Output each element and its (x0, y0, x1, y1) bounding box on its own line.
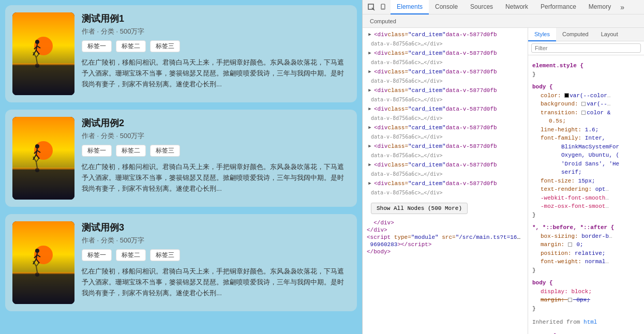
css-prop-line-height: line-height: 1.6; (532, 126, 640, 134)
expand-arrow-icon[interactable]: ▶ (367, 125, 373, 131)
svg-point-24 (35, 168, 39, 172)
tree-row[interactable]: data-v-8d756a6c>…</div> (363, 188, 528, 198)
tag-3-1: 标签一 (82, 249, 112, 261)
tag-1-3: 标签三 (150, 40, 180, 52)
css-prop-transition: transition: color & (532, 109, 640, 117)
css-close-brace-body-display: } (532, 305, 640, 313)
tree-row[interactable]: data-v-8d756a6c>…</div> (363, 77, 528, 86)
subtab-computed[interactable]: Computed (556, 28, 595, 41)
subtab-layout[interactable]: Layout (595, 28, 624, 41)
color-swatch (564, 93, 569, 98)
devtools-body: ▶ <div class="card_item" data-v-5877d0fb… (363, 28, 644, 334)
root-rule: :root { --jjext-color-brand… --jjext-col… (532, 332, 640, 335)
tree-row[interactable]: ▶ <div class="card_item" data-v-5877d0fb (363, 86, 528, 95)
css-close-brace-universal: } (532, 266, 640, 275)
card-tags-3: 标签一 标签二 标签三 (82, 249, 350, 261)
card-item-2[interactable]: 测试用例2 作者 · 分类 · 500万字 标签一 标签二 标签三 忆在广陵初，… (5, 110, 357, 207)
elements-tree[interactable]: ▶ <div class="card_item" data-v-5877d0fb… (363, 28, 528, 334)
subtab-styles[interactable]: Styles (528, 28, 556, 41)
tag-3-2: 标签二 (116, 249, 146, 261)
css-selector-body-display: body { (532, 279, 640, 287)
css-prop-box-sizing: box-sizing: border-b… (532, 232, 640, 241)
arrow-icon (568, 298, 572, 302)
expand-arrow-icon[interactable]: ▶ (367, 143, 373, 149)
svg-point-38 (35, 272, 39, 277)
css-close-brace-body: } (532, 211, 640, 220)
styles-panel: Styles Computed Layout element.style { }… (528, 28, 644, 334)
tab-memory[interactable]: Memory (582, 0, 617, 14)
svg-rect-2 (12, 64, 74, 95)
tree-row[interactable]: data-v-8d756a6c>…</div> (363, 39, 528, 49)
closing-div-tag: </div> (363, 219, 528, 226)
tree-row[interactable]: data-v-8d756a6c>…</div> (363, 114, 528, 123)
css-prop-font-weight: font-weight: normal… (532, 257, 640, 266)
card-item-1[interactable]: 测试用例1 作者 · 分类 · 500万字 标签一 标签二 标签三 忆在广陵初，… (5, 5, 357, 102)
device-toolbar-icon[interactable] (378, 2, 390, 13)
tree-row[interactable]: ▶ <div class="card_item" data-v-5877d0fb (363, 179, 528, 188)
tree-row[interactable]: ▶ <div class="card_item" data-v-5877d0fb (363, 123, 528, 132)
tree-row[interactable]: ▶ <div class="card_item" data-v-5877d0fb (363, 49, 528, 58)
arrow-icon (581, 111, 586, 115)
tab-performance[interactable]: Performance (534, 0, 582, 14)
tree-row[interactable]: ▶ <div class="card_item" data-v-5877d0fb (363, 142, 528, 151)
more-tabs-icon[interactable]: » (617, 3, 627, 11)
tree-row[interactable]: ▶ <div class="card_item" data-v-5877d0fb (363, 160, 528, 170)
tree-row[interactable]: ▶ <div class="card_item" data-v-5877d0fb (363, 30, 528, 39)
expand-arrow-icon[interactable]: ▶ (367, 180, 373, 187)
inspect-element-icon[interactable] (366, 2, 377, 13)
universal-rule: *, *::before, *::after { box-sizing: bor… (532, 223, 640, 275)
css-font-family-cont2: Oxygen, Ubuntu, ( (532, 151, 640, 160)
tab-console[interactable]: Console (429, 0, 464, 14)
expand-arrow-icon[interactable]: ▶ (367, 69, 373, 75)
tree-row[interactable]: ▶ <div class="card_item" data-v-5877d0fb (363, 104, 528, 114)
svg-rect-16 (12, 169, 74, 200)
svg-point-4 (35, 40, 39, 44)
body-display-rule: body { display: block; margin: 8px; } (532, 279, 640, 313)
tree-row[interactable]: ▶ <div class="card_item" data-v-5877d0fb (363, 67, 528, 77)
card-item-3[interactable]: 测试用例3 作者 · 分类 · 500万字 标签一 标签二 标签三 忆在广陵初，… (5, 214, 357, 311)
devtools-topbar: Elements Console Sources Network Perform… (363, 0, 644, 14)
svg-rect-31 (12, 272, 74, 274)
svg-rect-45 (382, 8, 384, 9)
element-style-rule: element.style { } (532, 62, 640, 79)
tab-computed[interactable]: Computed (365, 14, 401, 28)
tree-row[interactable]: data-v-8d756a6c>…</div> (363, 58, 528, 67)
styles-filter-input[interactable] (531, 43, 641, 53)
css-prop-webkit-font: -webkit-font-smooth… (532, 194, 640, 203)
tag-3-3: 标签三 (150, 249, 180, 261)
card-content-2: 测试用例2 作者 · 分类 · 500万字 标签一 标签二 标签三 忆在广陵初，… (82, 117, 350, 194)
tree-row[interactable]: data-v-8d756a6c>…</div> (363, 132, 528, 142)
tree-row[interactable]: data-v-8d756a6c>…</div> (363, 95, 528, 104)
show-all-nodes-button[interactable]: Show All Nodes (500 More) (371, 203, 468, 214)
css-selector: element.style { (532, 62, 640, 70)
expand-arrow-icon[interactable]: ▶ (367, 106, 373, 112)
expand-arrow-icon[interactable]: ▶ (367, 87, 373, 94)
svg-rect-3 (12, 63, 74, 65)
css-prop-color: color: var(--color… (532, 92, 640, 100)
body-rule: body { color: var(--color… background: v… (532, 83, 640, 219)
webpage-panel: 测试用例1 作者 · 分类 · 500万字 标签一 标签二 标签三 忆在广陵初，… (0, 0, 362, 334)
card-content-3: 测试用例3 作者 · 分类 · 500万字 标签一 标签二 标签三 忆在广陵初，… (82, 221, 350, 298)
expand-arrow-icon[interactable]: ▶ (367, 32, 373, 38)
tab-elements[interactable]: Elements (391, 0, 429, 14)
card-tags-1: 标签一 标签二 标签三 (82, 40, 350, 52)
tab-network[interactable]: Network (499, 0, 534, 14)
css-close-brace: } (532, 70, 640, 79)
tag-2-3: 标签三 (150, 145, 180, 157)
expand-arrow-icon[interactable]: ▶ (367, 162, 373, 168)
tab-sources[interactable]: Sources (464, 0, 499, 14)
styles-filter-row (528, 41, 644, 55)
card-image-3 (12, 221, 74, 304)
tag-2-2: 标签二 (116, 145, 146, 157)
arrow-icon (568, 242, 572, 247)
expand-arrow-icon[interactable]: ▶ (367, 50, 373, 56)
css-prop-margin: margin: 0; (532, 240, 640, 249)
css-font-family-cont4: serif; (532, 168, 640, 177)
css-selector-root: :root { (532, 332, 640, 335)
tree-row[interactable]: data-v-8d756a6c>…</div> (363, 151, 528, 160)
card-meta-1: 作者 · 分类 · 500万字 (82, 27, 350, 36)
tree-row[interactable]: data-v-8d756a6c>…</div> (363, 170, 528, 179)
inherited-from-element: html (583, 319, 597, 325)
devtools-tabs: Elements Console Sources Network Perform… (391, 0, 627, 14)
arrow-icon (581, 102, 586, 106)
